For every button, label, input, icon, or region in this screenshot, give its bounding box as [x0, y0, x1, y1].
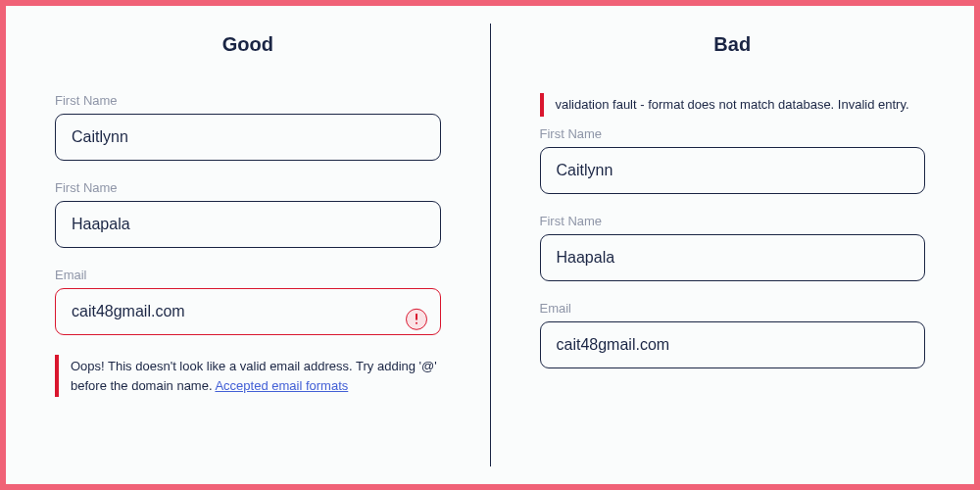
last-name-label: First Name: [540, 214, 926, 228]
bad-title: Bad: [540, 33, 926, 56]
email-input-wrap: [55, 288, 441, 355]
good-error-message: Oops! This doesn't look like a valid ema…: [55, 355, 441, 397]
first-name-input[interactable]: [55, 114, 441, 161]
good-panel: Good First Name First Name Email Oops! T…: [6, 24, 491, 466]
accepted-formats-link[interactable]: Accepted email formats: [215, 378, 348, 393]
bad-error-message: validation fault - format does not match…: [540, 93, 926, 117]
first-name-label: First Name: [540, 126, 926, 141]
first-name-label: First Name: [55, 93, 441, 108]
error-icon: [406, 309, 427, 330]
last-name-input[interactable]: [55, 201, 441, 248]
email-label: Email: [55, 268, 441, 282]
last-name-label: First Name: [55, 180, 441, 195]
last-name-input[interactable]: [540, 234, 926, 281]
svg-rect-0: [416, 314, 417, 320]
first-name-input[interactable]: [540, 147, 926, 194]
bad-panel: Bad validation fault - format does not m…: [491, 24, 975, 466]
email-input[interactable]: [540, 321, 926, 368]
svg-rect-1: [416, 322, 417, 324]
email-input[interactable]: [55, 288, 441, 335]
good-title: Good: [55, 33, 441, 56]
email-label: Email: [540, 301, 926, 316]
